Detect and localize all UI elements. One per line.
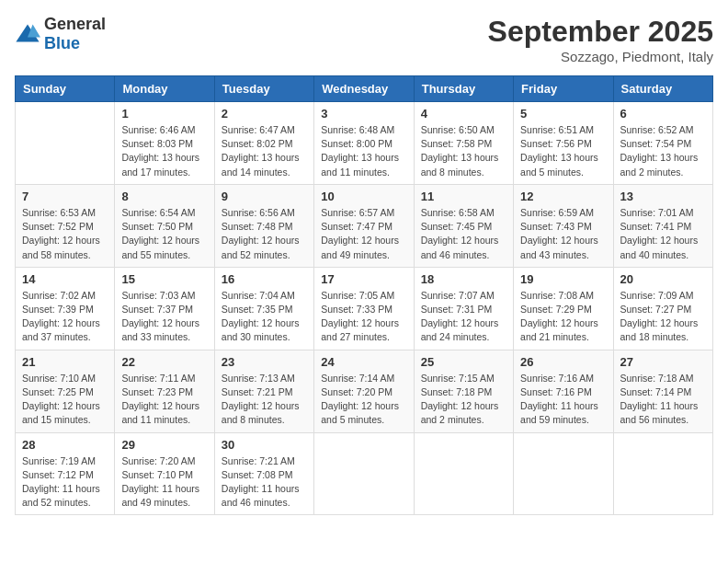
day-number: 7 — [22, 190, 108, 203]
calendar-cell: 15Sunrise: 7:03 AMSunset: 7:37 PMDayligh… — [115, 267, 214, 350]
calendar-cell: 12Sunrise: 6:59 AMSunset: 7:43 PMDayligh… — [514, 184, 613, 267]
day-of-week-header: Wednesday — [314, 76, 414, 102]
day-info: Sunrise: 7:16 AMSunset: 7:16 PMDaylight:… — [520, 372, 606, 428]
day-info: Sunrise: 7:11 AMSunset: 7:23 PMDaylight:… — [121, 372, 207, 428]
calendar-cell: 28Sunrise: 7:19 AMSunset: 7:12 PMDayligh… — [16, 432, 115, 515]
calendar-cell — [414, 432, 513, 515]
calendar-cell: 22Sunrise: 7:11 AMSunset: 7:23 PMDayligh… — [115, 350, 214, 432]
day-of-week-header: Tuesday — [214, 76, 313, 102]
day-info: Sunrise: 6:59 AMSunset: 7:43 PMDaylight:… — [520, 206, 606, 262]
day-number: 24 — [321, 355, 406, 369]
day-number: 14 — [22, 272, 108, 286]
calendar-cell: 9Sunrise: 6:56 AMSunset: 7:48 PMDaylight… — [214, 184, 313, 267]
day-number: 28 — [22, 438, 108, 452]
day-number: 18 — [421, 272, 506, 286]
day-of-week-header: Saturday — [613, 76, 712, 102]
day-info: Sunrise: 6:50 AMSunset: 7:58 PMDaylight:… — [421, 123, 506, 179]
day-info: Sunrise: 6:54 AMSunset: 7:50 PMDaylight:… — [121, 206, 207, 262]
calendar-cell: 2Sunrise: 6:47 AMSunset: 8:02 PMDaylight… — [214, 102, 313, 185]
day-of-week-header: Friday — [514, 76, 613, 102]
calendar-cell: 30Sunrise: 7:21 AMSunset: 7:08 PMDayligh… — [214, 432, 313, 515]
day-info: Sunrise: 7:03 AMSunset: 7:37 PMDaylight:… — [121, 289, 207, 345]
day-number: 15 — [121, 272, 207, 286]
day-info: Sunrise: 7:05 AMSunset: 7:33 PMDaylight:… — [321, 289, 406, 345]
day-number: 8 — [121, 190, 207, 203]
day-info: Sunrise: 7:13 AMSunset: 7:21 PMDaylight:… — [222, 372, 307, 428]
day-info: Sunrise: 7:15 AMSunset: 7:18 PMDaylight:… — [421, 372, 506, 428]
calendar-cell: 21Sunrise: 7:10 AMSunset: 7:25 PMDayligh… — [16, 350, 115, 432]
day-number: 9 — [222, 190, 307, 203]
calendar-cell: 10Sunrise: 6:57 AMSunset: 7:47 PMDayligh… — [314, 184, 414, 267]
calendar-cell: 1Sunrise: 6:46 AMSunset: 8:03 PMDaylight… — [115, 102, 214, 185]
day-number: 30 — [222, 438, 307, 452]
day-info: Sunrise: 6:52 AMSunset: 7:54 PMDaylight:… — [620, 123, 706, 179]
day-number: 29 — [121, 438, 207, 452]
calendar-cell — [16, 102, 115, 185]
day-number: 5 — [520, 107, 606, 121]
calendar-cell: 17Sunrise: 7:05 AMSunset: 7:33 PMDayligh… — [314, 267, 414, 350]
day-info: Sunrise: 7:01 AMSunset: 7:41 PMDaylight:… — [620, 206, 706, 262]
day-of-week-header: Monday — [115, 76, 214, 102]
day-info: Sunrise: 7:21 AMSunset: 7:08 PMDaylight:… — [222, 454, 307, 511]
day-info: Sunrise: 7:14 AMSunset: 7:20 PMDaylight:… — [321, 372, 406, 428]
day-info: Sunrise: 6:56 AMSunset: 7:48 PMDaylight:… — [222, 206, 307, 262]
day-number: 20 — [620, 272, 706, 286]
day-info: Sunrise: 7:02 AMSunset: 7:39 PMDaylight:… — [22, 289, 108, 345]
day-number: 16 — [222, 272, 307, 286]
calendar-cell: 18Sunrise: 7:07 AMSunset: 7:31 PMDayligh… — [414, 267, 513, 350]
logo-icon — [15, 21, 40, 47]
day-number: 10 — [321, 190, 406, 203]
calendar-cell: 27Sunrise: 7:18 AMSunset: 7:14 PMDayligh… — [613, 350, 712, 432]
day-of-week-header: Sunday — [16, 76, 115, 102]
day-number: 3 — [321, 107, 406, 121]
day-number: 2 — [222, 107, 307, 121]
calendar-week: 1Sunrise: 6:46 AMSunset: 8:03 PMDaylight… — [16, 102, 713, 185]
calendar-cell: 20Sunrise: 7:09 AMSunset: 7:27 PMDayligh… — [613, 267, 712, 350]
calendar-cell: 5Sunrise: 6:51 AMSunset: 7:56 PMDaylight… — [514, 102, 613, 185]
day-of-week-header: Thursday — [414, 76, 513, 102]
day-number: 6 — [620, 107, 706, 121]
day-number: 13 — [620, 190, 706, 203]
calendar-week: 21Sunrise: 7:10 AMSunset: 7:25 PMDayligh… — [16, 350, 713, 432]
calendar-cell — [514, 432, 613, 515]
day-number: 1 — [121, 107, 207, 121]
calendar-week: 28Sunrise: 7:19 AMSunset: 7:12 PMDayligh… — [16, 432, 713, 515]
day-info: Sunrise: 6:48 AMSunset: 8:00 PMDaylight:… — [321, 123, 406, 179]
page-header: General Blue September 2025 Sozzago, Pie… — [15, 15, 713, 64]
calendar-cell: 8Sunrise: 6:54 AMSunset: 7:50 PMDaylight… — [115, 184, 214, 267]
calendar-cell: 13Sunrise: 7:01 AMSunset: 7:41 PMDayligh… — [613, 184, 712, 267]
calendar-cell: 11Sunrise: 6:58 AMSunset: 7:45 PMDayligh… — [414, 184, 513, 267]
day-number: 23 — [222, 355, 307, 369]
day-number: 26 — [520, 355, 606, 369]
day-info: Sunrise: 7:20 AMSunset: 7:10 PMDaylight:… — [121, 454, 207, 511]
logo-general: General — [44, 15, 106, 33]
day-number: 12 — [520, 190, 606, 203]
calendar-cell: 14Sunrise: 7:02 AMSunset: 7:39 PMDayligh… — [16, 267, 115, 350]
calendar-cell — [613, 432, 712, 515]
calendar-cell: 29Sunrise: 7:20 AMSunset: 7:10 PMDayligh… — [115, 432, 214, 515]
location: Sozzago, Piedmont, Italy — [488, 49, 713, 64]
day-info: Sunrise: 7:07 AMSunset: 7:31 PMDaylight:… — [421, 289, 506, 345]
day-number: 25 — [421, 355, 506, 369]
calendar-week: 14Sunrise: 7:02 AMSunset: 7:39 PMDayligh… — [16, 267, 713, 350]
day-info: Sunrise: 7:08 AMSunset: 7:29 PMDaylight:… — [520, 289, 606, 345]
title-block: September 2025 Sozzago, Piedmont, Italy — [488, 15, 713, 64]
calendar-week: 7Sunrise: 6:53 AMSunset: 7:52 PMDaylight… — [16, 184, 713, 267]
calendar-cell: 6Sunrise: 6:52 AMSunset: 7:54 PMDaylight… — [613, 102, 712, 185]
logo-blue: Blue — [44, 34, 80, 52]
day-info: Sunrise: 7:10 AMSunset: 7:25 PMDaylight:… — [22, 372, 108, 428]
day-number: 17 — [321, 272, 406, 286]
calendar-cell: 16Sunrise: 7:04 AMSunset: 7:35 PMDayligh… — [214, 267, 313, 350]
calendar-cell: 19Sunrise: 7:08 AMSunset: 7:29 PMDayligh… — [514, 267, 613, 350]
calendar-cell — [314, 432, 414, 515]
day-info: Sunrise: 6:51 AMSunset: 7:56 PMDaylight:… — [520, 123, 606, 179]
day-info: Sunrise: 7:18 AMSunset: 7:14 PMDaylight:… — [620, 372, 706, 428]
calendar-cell: 24Sunrise: 7:14 AMSunset: 7:20 PMDayligh… — [314, 350, 414, 432]
day-info: Sunrise: 6:58 AMSunset: 7:45 PMDaylight:… — [421, 206, 506, 262]
calendar-cell: 26Sunrise: 7:16 AMSunset: 7:16 PMDayligh… — [514, 350, 613, 432]
day-info: Sunrise: 6:53 AMSunset: 7:52 PMDaylight:… — [22, 206, 108, 262]
calendar-table: SundayMondayTuesdayWednesdayThursdayFrid… — [15, 75, 713, 515]
calendar-cell: 7Sunrise: 6:53 AMSunset: 7:52 PMDaylight… — [16, 184, 115, 267]
month-title: September 2025 — [488, 15, 713, 49]
day-number: 4 — [421, 107, 506, 121]
